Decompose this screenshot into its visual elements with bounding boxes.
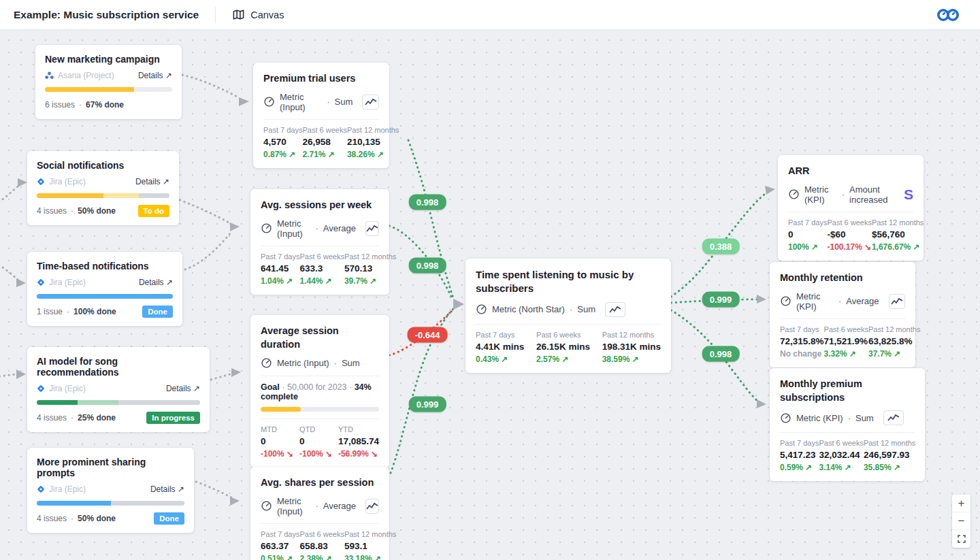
work-card-time-based-notifications[interactable]: Time-based notifications Jira (Epic) Det…	[27, 252, 182, 326]
metric-card-north-star[interactable]: Time spent listening to music by subscri…	[466, 259, 671, 373]
metric-value: 4,570	[263, 137, 302, 147]
metric-delta: 3.14% ↗	[819, 463, 863, 472]
metric-card-monthly-premium-subscriptions[interactable]: Monthly premium subscriptions Metric (KP…	[770, 368, 925, 481]
arrowhead	[230, 497, 240, 506]
chart-preview-button[interactable]	[889, 294, 905, 309]
card-title: AI model for song recommendations	[37, 356, 200, 378]
page-title: Example: Music subscription service	[14, 9, 199, 21]
correlation-badge[interactable]: 0.388	[702, 239, 740, 254]
metric-delta: -100% ↘	[299, 449, 332, 459]
jira-icon	[37, 278, 45, 286]
metric-gauge-icon	[788, 188, 800, 200]
canvas[interactable]: New marketing campaign Asana (Project) D…	[0, 30, 980, 560]
zoom-in-button[interactable]: +	[952, 495, 970, 512]
period-label: Past 6 weeks	[299, 252, 344, 261]
divider	[261, 523, 379, 524]
metric-agg: Sum	[855, 413, 874, 423]
metric-delta: 38.59% ↗	[602, 355, 661, 364]
arrowhead	[231, 368, 241, 377]
divider	[476, 324, 661, 325]
source-label: Jira (Epic)	[49, 484, 86, 494]
correlation-badge[interactable]: 0.998	[702, 346, 740, 362]
divider	[261, 418, 379, 419]
progress-bar	[37, 501, 184, 506]
metric-title: Premium trial users	[263, 72, 379, 86]
source-label: Asana (Project)	[58, 71, 114, 80]
separator: ·	[71, 514, 74, 523]
metric-agg: Sum	[342, 358, 360, 368]
metric-card-premium-trial-users[interactable]: Premium trial users Metric (Input) · Sum…	[253, 63, 389, 168]
metric-gauge-icon	[261, 223, 272, 234]
chart-preview-button[interactable]	[605, 302, 625, 317]
metric-agg: Sum	[335, 97, 353, 107]
metric-value: 570.13	[344, 263, 396, 274]
period-label: Past 12 months	[347, 126, 399, 134]
done-percent: 50% done	[78, 206, 116, 216]
app-header: Example: Music subscription service Canv…	[0, 0, 980, 30]
metric-gauge-icon	[780, 295, 791, 307]
metric-value: 246,597.93	[864, 450, 915, 460]
work-card-new-marketing-campaign[interactable]: New marketing campaign Asana (Project) D…	[35, 45, 182, 119]
details-link[interactable]: Details ↗	[139, 278, 173, 287]
edge-social-avgsessions	[180, 200, 230, 223]
metric-card-monthly-retention[interactable]: Monthly retention Metric (KPI) · Average…	[770, 262, 915, 367]
metric-title: Average session duration	[261, 325, 379, 351]
work-card-sharing-prompts[interactable]: More prominent sharing prompts Jira (Epi…	[27, 448, 194, 533]
metric-delta: -100% ↘	[261, 449, 293, 459]
metric-card-avg-session-duration[interactable]: Average session duration Metric (Input) …	[250, 315, 389, 467]
doubleloop-logo[interactable]	[936, 6, 961, 24]
chart-preview-button[interactable]	[365, 499, 379, 514]
period-label: Past 12 months	[344, 530, 396, 538]
arrowhead	[230, 223, 240, 231]
work-card-ai-model[interactable]: AI model for song recommendations Jira (…	[27, 347, 210, 432]
progress-bar	[37, 400, 200, 405]
period-label: Past 6 weeks	[824, 325, 868, 333]
arrowhead	[765, 186, 775, 195]
chart-preview-button[interactable]	[883, 410, 904, 425]
period-label: QTD	[299, 425, 332, 433]
zoom-out-button[interactable]: −	[952, 512, 970, 530]
edge-offscreen-social	[0, 184, 20, 204]
progress-bar	[45, 87, 172, 92]
metric-title: Monthly retention	[780, 271, 905, 285]
goal-row: Goal · 50,000 for 2023 · 34% complete	[261, 382, 379, 401]
correlation-badge[interactable]: 0.999	[409, 397, 446, 412]
correlation-badge[interactable]: 0.999	[702, 292, 740, 308]
nav-canvas[interactable]: Canvas	[232, 8, 284, 21]
metric-delta: 0.87% ↗	[263, 150, 302, 159]
metric-value: 5,417.23	[780, 450, 819, 460]
metric-delta: -100.17% ↘	[827, 242, 871, 252]
separator: ·	[282, 382, 284, 392]
metric-card-arr[interactable]: ARR Metric (KPI) · Amount increased S Pa…	[778, 155, 924, 261]
goal-label: Goal	[261, 382, 280, 392]
details-link[interactable]: Details ↗	[150, 484, 184, 494]
correlation-badge[interactable]: -0.644	[408, 327, 448, 343]
metric-gauge-icon	[263, 96, 275, 108]
chart-preview-button[interactable]	[362, 95, 379, 110]
metric-card-avg-shares[interactable]: Avg. shares per session Metric (Input) ·…	[250, 467, 389, 560]
work-card-social-notifications[interactable]: Social notifications Jira (Epic) Details…	[27, 151, 179, 225]
period-label: Past 12 months	[602, 331, 661, 339]
details-link[interactable]: Details ↗	[135, 177, 169, 186]
metric-value: $56,760	[872, 229, 924, 240]
source-label: Jira (Epic)	[49, 177, 86, 186]
correlation-badge[interactable]: 0.998	[409, 195, 446, 210]
separator: ·	[848, 413, 851, 423]
details-link[interactable]: Details ↗	[166, 384, 200, 393]
asana-icon	[45, 71, 54, 80]
jira-icon	[37, 178, 45, 186]
separator: ·	[67, 307, 69, 316]
chart-preview-button[interactable]	[365, 221, 379, 236]
details-link[interactable]: Details ↗	[138, 71, 172, 80]
metric-card-avg-sessions[interactable]: Avg. sessions per week Metric (Input) · …	[250, 189, 389, 295]
metric-value: 26,958	[302, 137, 346, 147]
correlation-badge[interactable]: 0.998	[409, 258, 446, 274]
metric-delta: 1.44% ↗	[299, 276, 344, 286]
progress-bar	[37, 193, 169, 198]
metric-delta: 2.38% ↗	[299, 554, 344, 560]
status-badge: Done	[154, 512, 184, 525]
divider	[780, 318, 905, 319]
done-percent: 67% done	[86, 100, 124, 110]
fit-view-button[interactable]	[952, 530, 970, 548]
metric-gauge-icon	[476, 303, 487, 315]
